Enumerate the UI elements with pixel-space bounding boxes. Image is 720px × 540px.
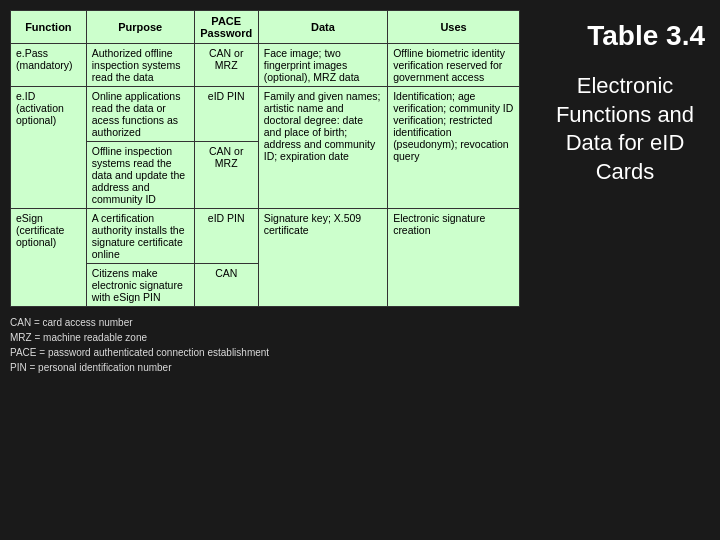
cell-pace-1: CAN or MRZ [194,44,258,87]
right-panel: Table 3.4 Electronic Functions and Data … [530,0,720,540]
footnote-1: CAN = card access number [10,315,520,330]
cell-pace-5: CAN [194,264,258,307]
col-purpose: Purpose [86,11,194,44]
col-data: Data [258,11,387,44]
cell-function-epass: e.Pass(mandatory) [11,44,87,87]
footnotes: CAN = card access number MRZ = machine r… [10,315,520,375]
cell-purpose-2: Online applications read the data or ace… [86,87,194,142]
table-row: eSign (certificate optional) A certifica… [11,209,520,264]
cell-uses-1: Offline biometric identity verification … [388,44,520,87]
cell-pace-4: eID PIN [194,209,258,264]
cell-purpose-5: Citizens make electronic signature with … [86,264,194,307]
cell-pace-2: eID PIN [194,87,258,142]
table-row: e.Pass(mandatory) Authorized offline ins… [11,44,520,87]
footnote-2: MRZ = machine readable zone [10,330,520,345]
col-function: Function [11,11,87,44]
cell-purpose-4: A certification authority installs the s… [86,209,194,264]
col-uses: Uses [388,11,520,44]
footnote-4: PIN = personal identification number [10,360,520,375]
cell-pace-3: CAN or MRZ [194,142,258,209]
cell-data-4: Signature key; X.509 certificate [258,209,387,307]
cell-uses-4: Electronic signature creation [388,209,520,307]
table-title: Table 3.4 [545,20,705,52]
cell-data-2: Family and given names; artistic name an… [258,87,387,209]
left-panel: Function Purpose PACEPassword Data Uses … [0,0,530,540]
cell-function-eid: e.ID (activation optional) [11,87,87,209]
cell-data-1: Face image; two fingerprint images (opti… [258,44,387,87]
cell-purpose-1: Authorized offline inspection systems re… [86,44,194,87]
cell-purpose-3: Offline inspection systems read the data… [86,142,194,209]
col-pace: PACEPassword [194,11,258,44]
table-subtitle: Electronic Functions and Data for eID Ca… [545,72,705,186]
main-table: Function Purpose PACEPassword Data Uses … [10,10,520,307]
cell-function-esign: eSign (certificate optional) [11,209,87,307]
cell-uses-2: Identification; age verification; commun… [388,87,520,209]
footnote-3: PACE = password authenticated connection… [10,345,520,360]
table-row: e.ID (activation optional) Online applic… [11,87,520,142]
